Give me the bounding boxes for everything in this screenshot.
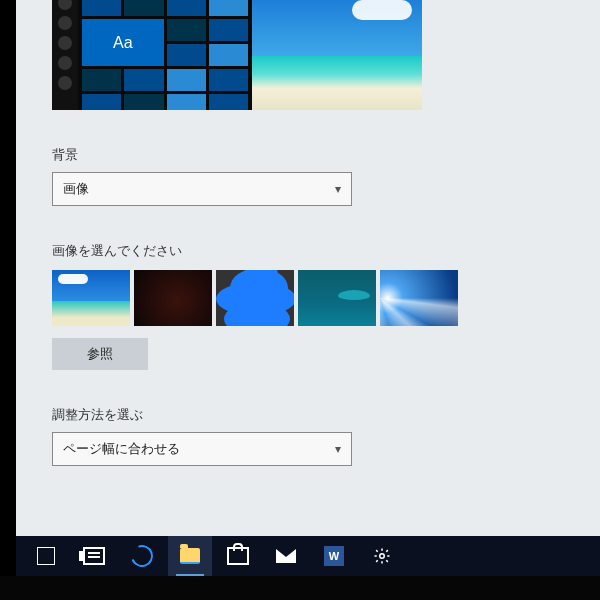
- fit-label: 調整方法を選ぶ: [52, 406, 472, 424]
- chevron-down-icon: ▾: [335, 182, 341, 196]
- windows-icon: [37, 547, 55, 565]
- wallpaper-thumb-2[interactable]: [134, 270, 212, 326]
- background-dropdown[interactable]: 画像 ▾: [52, 172, 352, 206]
- svg-point-0: [380, 554, 385, 559]
- edge-icon: [127, 541, 156, 570]
- fit-dropdown-value: ページ幅に合わせる: [63, 440, 180, 458]
- explorer-button[interactable]: [168, 536, 212, 576]
- settings-button[interactable]: [360, 536, 404, 576]
- start-button[interactable]: [24, 536, 68, 576]
- word-button[interactable]: W: [312, 536, 356, 576]
- store-icon: [227, 547, 249, 565]
- mail-icon: [276, 549, 296, 563]
- preview-wallpaper: [252, 0, 422, 110]
- redaction-overlay: [216, 270, 294, 326]
- personalization-preview: Aa: [52, 0, 472, 110]
- task-view-button[interactable]: [72, 536, 116, 576]
- choose-image-label: 画像を選んでください: [52, 242, 472, 260]
- gear-icon: [373, 547, 391, 565]
- browse-button[interactable]: 参照: [52, 338, 148, 370]
- task-view-icon: [83, 547, 105, 565]
- wallpaper-thumb-1[interactable]: [52, 270, 130, 326]
- edge-button[interactable]: [120, 536, 164, 576]
- store-button[interactable]: [216, 536, 260, 576]
- wallpaper-thumb-4[interactable]: [298, 270, 376, 326]
- word-icon: W: [324, 546, 344, 566]
- image-thumbnails: [52, 270, 472, 326]
- preview-start-menu: Aa: [52, 0, 252, 110]
- fit-dropdown[interactable]: ページ幅に合わせる ▾: [52, 432, 352, 466]
- background-label: 背景: [52, 146, 472, 164]
- wallpaper-thumb-3[interactable]: [216, 270, 294, 326]
- folder-icon: [180, 548, 200, 564]
- wallpaper-thumb-5[interactable]: [380, 270, 458, 326]
- taskbar: W: [16, 536, 600, 576]
- settings-window: Aa 背景 画像 ▾ 画像を選んでください: [16, 0, 600, 560]
- monitor-bezel: [0, 576, 600, 600]
- background-dropdown-value: 画像: [63, 180, 89, 198]
- settings-content: Aa 背景 画像 ▾ 画像を選んでください: [52, 0, 472, 466]
- mail-button[interactable]: [264, 536, 308, 576]
- chevron-down-icon: ▾: [335, 442, 341, 456]
- preview-tile-aa: Aa: [82, 19, 164, 66]
